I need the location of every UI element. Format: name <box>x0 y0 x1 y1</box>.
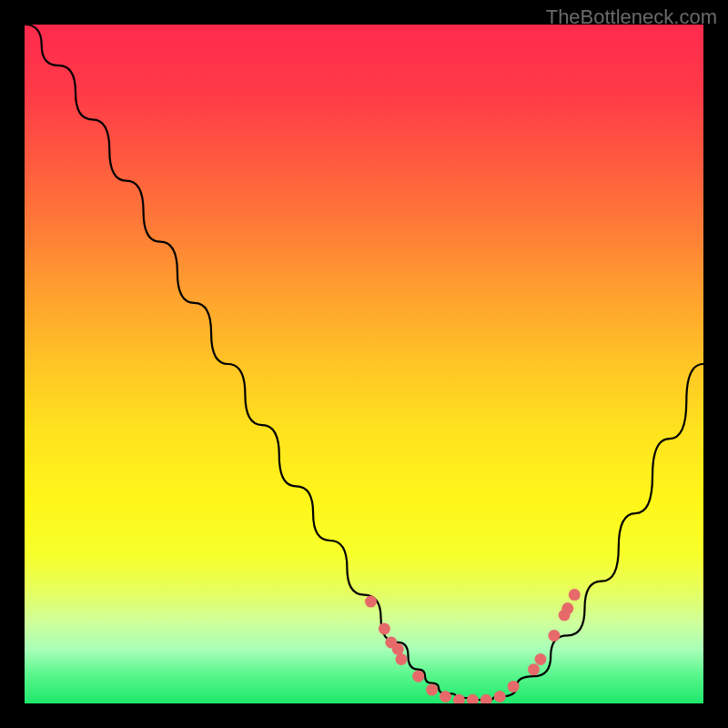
curve-marker <box>480 694 492 703</box>
curve-marker <box>379 622 390 634</box>
curve-marker <box>508 681 520 693</box>
curve-marker <box>561 602 573 614</box>
watermark-text: TheBottleneck.com <box>546 5 717 29</box>
curve-marker <box>494 691 506 703</box>
curve-marker <box>467 694 479 703</box>
curve-marker <box>426 684 438 696</box>
curve-markers <box>365 589 581 703</box>
bottleneck-curve-line <box>25 25 703 700</box>
chart-plot-area <box>25 25 703 703</box>
curve-marker <box>392 643 404 655</box>
curve-marker <box>396 653 408 665</box>
curve-marker <box>569 589 581 601</box>
curve-marker <box>548 630 560 642</box>
curve-marker <box>440 691 451 703</box>
curve-marker <box>535 653 547 665</box>
curve-marker <box>528 663 540 675</box>
chart-svg <box>25 25 703 703</box>
curve-marker <box>365 596 377 608</box>
curve-marker <box>412 671 424 682</box>
